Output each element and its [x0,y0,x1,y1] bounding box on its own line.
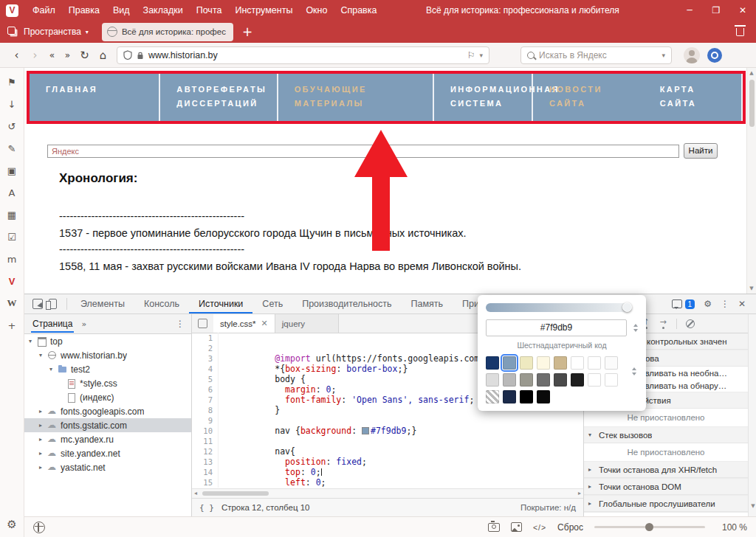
color-swatch[interactable] [503,373,516,387]
source-tree-item[interactable]: ▸ fonts.gstatic.com [24,418,191,432]
bookmarks-icon[interactable]: ⚑ [5,75,18,89]
section-expand-icon[interactable]: ▾ [588,432,595,438]
color-swatch[interactable] [554,373,567,387]
step-icon[interactable]: → [659,319,667,328]
notes-icon[interactable]: ✎ [5,142,18,155]
code-line[interactable]: 12 top: 0; [192,446,583,457]
code-line[interactable]: 14 width: 100%; [192,467,583,477]
color-swatch[interactable] [503,390,516,403]
debugger-section-header[interactable]: ▸ Глобальные прослушиватели [584,496,748,512]
site-nav-item[interactable]: ОБУЧАЮЩИЕ МАТЕРИАЛЫ [278,74,434,121]
source-tree-item[interactable]: ▾ test2 [24,362,191,376]
translate-icon[interactable]: A [5,186,18,199]
source-tree-item[interactable]: (индекс) [24,390,191,404]
tasks-icon[interactable]: ☑ [5,230,18,243]
rewind-button[interactable]: « [44,50,60,60]
add-panel-icon[interactable]: + [5,319,18,332]
devtools-tab[interactable]: Элементы [71,295,134,313]
menu-item[interactable]: Вид [106,0,137,21]
color-swatch[interactable] [537,356,550,370]
browser-tab[interactable]: Всё для историка: профес [102,23,233,41]
devtools-tab[interactable]: Сеть [252,295,292,313]
devtools-kebab-icon[interactable]: ⋮ [721,299,729,309]
minimize-button[interactable]: ─ [676,0,703,21]
windows-icon[interactable]: ▣ [5,164,18,177]
section-expand-icon[interactable]: ▸ [588,466,595,473]
color-swatch[interactable] [520,373,533,387]
source-tree-item[interactable]: ▸ mc.yandex.ru [24,432,191,446]
tree-expand-icon[interactable]: ▸ [39,436,47,443]
scroll-right-icon[interactable]: ▸ [578,490,581,496]
more-tabs-icon[interactable]: » [81,319,86,329]
source-tree-item[interactable]: ▸ yastatic.net [24,460,191,474]
code-line[interactable]: 9 [192,415,583,426]
vivaldi-panel-icon[interactable]: V [5,274,18,288]
site-nav-item[interactable]: КАРТА САЙТА [644,74,743,121]
color-swatch[interactable] [486,373,499,387]
section-expand-icon[interactable]: ▸ [588,483,595,490]
site-nav-item[interactable]: ИНФОРМАЦИОННАЯ СИСТЕМА [434,74,533,121]
color-swatch[interactable] [537,390,550,403]
debugger-section-header[interactable]: ▸ Точки останова DOM [584,479,748,495]
code-line[interactable]: 15 height: 80px; [192,477,583,488]
devtools-close-icon[interactable]: ✕ [738,299,746,309]
wikipedia-icon[interactable]: W [5,297,18,310]
settings-gear-icon[interactable]: ⚙ [7,518,16,531]
maximize-button[interactable]: ❐ [703,0,729,21]
deactivate-breakpoints-icon[interactable] [686,319,695,328]
color-swatch[interactable] [503,356,516,370]
issues-badge[interactable]: 1 [672,299,695,309]
palette-spinner-icon[interactable] [632,365,636,378]
sources-kebab-icon[interactable]: ⋮ [176,319,185,329]
history-icon[interactable]: ↺ [5,119,18,133]
search-field[interactable]: Искать в Яндекс ▾ [520,46,672,64]
page-globe-icon[interactable] [33,522,45,533]
back-button[interactable]: ‹ [7,49,26,62]
devtools-tab[interactable]: Память [402,295,453,313]
debugger-section-header[interactable]: ▾ Стек вызовов [584,427,748,443]
close-button[interactable]: ✕ [729,0,756,21]
source-tree-item[interactable]: ▾ top [24,334,191,348]
workspaces-button[interactable]: Пространства ▾ [6,27,89,37]
tree-expand-icon[interactable]: ▾ [29,338,37,344]
source-tree-item[interactable]: *style.css [24,376,191,390]
devtools-tab[interactable]: Консоль [134,295,189,313]
color-swatch[interactable] [520,390,533,403]
color-swatch[interactable] [537,373,550,387]
color-swatch[interactable] [605,356,618,370]
downloads-icon[interactable]: ↓ [5,97,18,111]
sources-page-tab[interactable]: Страница [31,315,74,333]
address-field[interactable]: www.historian.by ⚐ ▾ [117,46,489,64]
color-swatch[interactable] [486,390,499,403]
mastodon-icon[interactable]: m [5,252,18,266]
inspect-element-icon[interactable] [32,299,43,309]
page-actions-icon[interactable]: </> [533,523,546,532]
scrollbar-thumb[interactable] [202,491,269,496]
color-swatch[interactable] [554,356,567,370]
source-tree-item[interactable]: ▾ www.historian.by [24,348,191,362]
new-tab-button[interactable]: + [242,21,252,43]
capture-icon[interactable] [488,523,500,532]
tree-expand-icon[interactable]: ▸ [39,422,47,429]
color-swatch[interactable] [520,356,533,370]
menu-item[interactable]: Инструменты [228,0,299,21]
section-expand-icon[interactable]: ▸ [588,500,595,507]
hex-value-input[interactable]: #7f9db9 [486,319,627,336]
source-tree-item[interactable]: ▸ site.yandex.net [24,446,191,460]
site-nav-item[interactable]: НОВОСТИ САЙТА [533,74,644,121]
tree-expand-icon[interactable]: ▸ [39,464,47,471]
scroll-down-icon[interactable]: ▼ [747,285,756,291]
close-tab-icon[interactable]: ✕ [261,319,268,328]
color-swatch[interactable] [605,373,618,387]
menu-item[interactable]: Файл [26,0,62,21]
pretty-print-icon[interactable]: { } [199,503,214,513]
menu-item[interactable]: Окно [299,0,334,21]
color-swatch[interactable] [571,356,584,370]
trash-icon[interactable] [736,28,744,36]
home-button[interactable]: ⌂ [94,49,112,62]
vivaldi-logo-icon[interactable]: V [6,4,18,17]
reload-button[interactable]: ↻ [75,49,94,62]
device-toolbar-icon[interactable] [49,299,57,309]
account-sync-icon[interactable] [707,48,722,63]
devtools-scrollbar[interactable]: ▼ [748,314,756,516]
